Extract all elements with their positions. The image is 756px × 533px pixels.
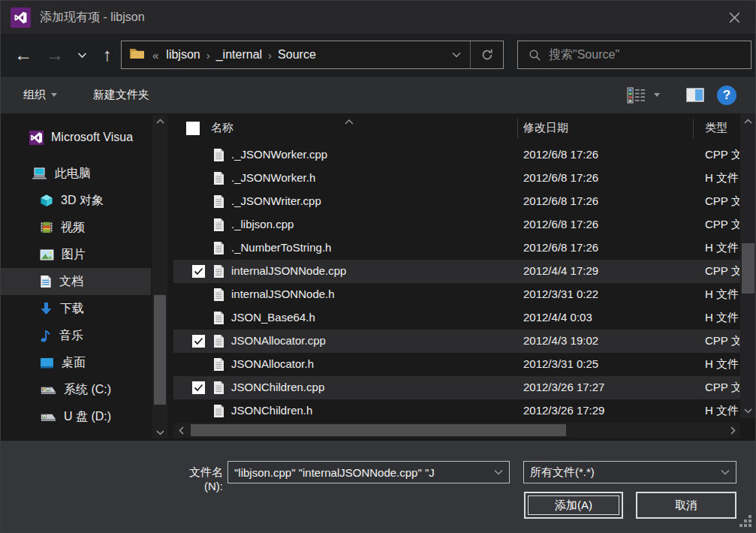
file-name: ._JSONWorker.cpp <box>231 148 327 161</box>
column-divider[interactable] <box>693 119 694 138</box>
scrollbar-thumb[interactable] <box>742 243 754 294</box>
forward-icon[interactable]: → <box>43 34 67 76</box>
column-divider[interactable] <box>517 119 518 138</box>
sidebar-item-desktop[interactable]: 桌面 <box>1 349 151 376</box>
file-row[interactable]: ._libjson.cpp 2012/6/8 17:26 CPP 文件 <box>173 213 740 236</box>
back-icon[interactable]: ← <box>11 34 35 76</box>
file-date-modified: 2012/4/3 19:02 <box>523 334 598 347</box>
file-icon <box>213 194 224 211</box>
sidebar-item-downloads[interactable]: 下载 <box>1 295 151 322</box>
file-row[interactable]: internalJSONNode.h 2012/3/31 0:22 H 文件 <box>173 283 740 306</box>
file-row[interactable]: ._JSONWorker.h 2012/6/8 17:26 H 文件 <box>173 167 740 190</box>
change-view-button[interactable] <box>619 83 667 108</box>
chevron-down-icon[interactable] <box>488 469 509 475</box>
file-list: 名称 修改日期 类型 ._JSONWorker.cpp 2012/6/8 17:… <box>173 113 740 440</box>
select-all-checkbox[interactable] <box>186 122 200 135</box>
file-date-modified: 2012/4/4 17:29 <box>523 264 598 277</box>
organize-button[interactable]: 组织 <box>16 83 65 107</box>
this-pc-icon <box>32 167 47 180</box>
filename-input[interactable] <box>228 466 488 479</box>
file-name: ._NumberToString.h <box>231 241 331 254</box>
file-icon <box>213 171 224 188</box>
preview-pane-button[interactable] <box>679 83 712 107</box>
file-row[interactable]: ._NumberToString.h 2012/6/8 17:26 H 文件 <box>173 236 740 260</box>
recent-locations-chevron-icon[interactable] <box>73 34 91 76</box>
sidebar-item-label: 3D 对象 <box>61 193 104 209</box>
scrollbar-thumb[interactable] <box>154 295 166 405</box>
file-row[interactable]: JSONAllocator.h 2012/3/31 0:25 H 文件 <box>173 353 740 376</box>
file-row[interactable]: ._JSONWorker.cpp 2012/6/8 17:26 CPP 文件 <box>173 143 740 167</box>
row-checkbox[interactable] <box>192 335 205 348</box>
chevron-down-icon <box>51 93 57 97</box>
cancel-button[interactable]: 取消 <box>636 492 736 519</box>
file-name: JSONAllocator.h <box>231 357 314 370</box>
scrollbar-thumb[interactable] <box>191 424 566 436</box>
sidebar-item-microsoft-visual[interactable]: Microsoft Visua <box>1 124 151 151</box>
sidebar-item-usb-drive-d[interactable]: U 盘 (D:) <box>1 403 151 430</box>
add-button[interactable]: 添加(A) <box>524 492 623 519</box>
address-dropdown-chevron-icon[interactable] <box>443 52 470 58</box>
file-icon <box>213 241 224 257</box>
desktop-icon <box>40 357 54 369</box>
resize-grip-icon[interactable] <box>739 515 752 531</box>
visual-studio-logo-icon <box>11 8 31 28</box>
sidebar-item-3d-objects[interactable]: 3D 对象 <box>1 187 151 214</box>
column-header-name[interactable]: 名称 <box>211 121 233 135</box>
horizontal-scrollbar[interactable] <box>173 423 740 438</box>
file-type-filter-combobox[interactable]: 所有文件(*.*) <box>523 461 736 483</box>
dialog-footer: 文件名(N): 所有文件(*.*) 添加(A) 取消 <box>1 440 755 533</box>
documents-icon <box>40 275 52 288</box>
refresh-icon[interactable] <box>470 41 503 68</box>
file-row[interactable]: JSONAllocator.cpp 2012/4/3 19:02 CPP 文件 <box>173 330 740 353</box>
close-icon[interactable] <box>724 8 745 26</box>
help-icon[interactable]: ? <box>717 86 736 105</box>
address-bar[interactable]: « libjson › _internal › Source <box>121 41 504 69</box>
filename-combobox[interactable] <box>227 461 510 483</box>
sidebar-item-music[interactable]: 音乐 <box>1 322 151 349</box>
file-name: JSONAllocator.cpp <box>231 334 326 347</box>
file-name: internalJSONNode.cpp <box>231 264 346 277</box>
file-row[interactable]: JSONChildren.cpp 2012/3/26 17:27 CPP 文件 <box>173 376 740 399</box>
sidebar-item-videos[interactable]: 视频 <box>1 214 151 241</box>
file-date-modified: 2012/3/31 0:22 <box>523 288 598 300</box>
search-input[interactable] <box>549 48 721 62</box>
scroll-up-icon[interactable] <box>152 115 167 127</box>
new-folder-button[interactable]: 新建文件夹 <box>86 83 157 107</box>
scroll-down-icon[interactable] <box>740 405 755 417</box>
sidebar-item-system-drive-c[interactable]: 系统 (C:) <box>1 376 151 403</box>
scroll-right-icon[interactable] <box>727 423 739 438</box>
row-checkbox[interactable] <box>192 265 205 278</box>
row-checkbox[interactable] <box>192 381 205 394</box>
file-type: H 文件 <box>705 357 739 372</box>
breadcrumb-internal[interactable]: _internal <box>212 48 267 62</box>
breadcrumb-libjson[interactable]: libjson <box>161 48 204 62</box>
scroll-down-icon[interactable] <box>152 426 167 438</box>
file-date-modified: 2012/4/4 0:03 <box>523 311 592 324</box>
column-header-date-modified[interactable]: 修改日期 <box>523 121 568 135</box>
up-icon[interactable]: ↑ <box>95 34 119 76</box>
file-row[interactable]: internalJSONNode.cpp 2012/4/4 17:29 CPP … <box>173 260 740 283</box>
sidebar-item-this-pc[interactable]: 此电脑 <box>1 160 151 187</box>
details-view-icon <box>627 87 646 104</box>
sidebar-scrollbar[interactable] <box>152 115 167 438</box>
title-bar: 添加现有项 - libjson <box>1 1 755 34</box>
file-icon <box>213 218 224 234</box>
breadcrumb-overflow[interactable]: « <box>152 49 158 62</box>
column-header-type[interactable]: 类型 <box>705 121 727 135</box>
file-row[interactable]: JSONChildren.h 2012/3/26 17:29 H 文件 <box>173 399 740 423</box>
sidebar-item-pictures[interactable]: 图片 <box>1 241 151 268</box>
search-box[interactable] <box>517 41 751 69</box>
sidebar-item-label: 下载 <box>60 301 84 317</box>
chevron-down-icon[interactable] <box>715 469 736 475</box>
breadcrumb-source[interactable]: Source <box>273 48 321 62</box>
scroll-left-icon[interactable] <box>175 423 187 438</box>
downloads-icon <box>40 302 53 315</box>
file-row[interactable]: ._JSONWriter.cpp 2012/6/8 17:26 CPP 文件 <box>173 190 740 213</box>
file-list-scrollbar[interactable] <box>740 113 756 418</box>
scroll-up-icon[interactable] <box>740 115 755 127</box>
sidebar-item-documents[interactable]: 文档 <box>1 268 151 295</box>
file-row[interactable]: JSON_Base64.h 2012/4/4 0:03 H 文件 <box>173 306 740 330</box>
file-date-modified: 2012/6/8 17:26 <box>523 218 598 230</box>
file-icon <box>213 357 224 374</box>
search-icon <box>529 49 541 62</box>
